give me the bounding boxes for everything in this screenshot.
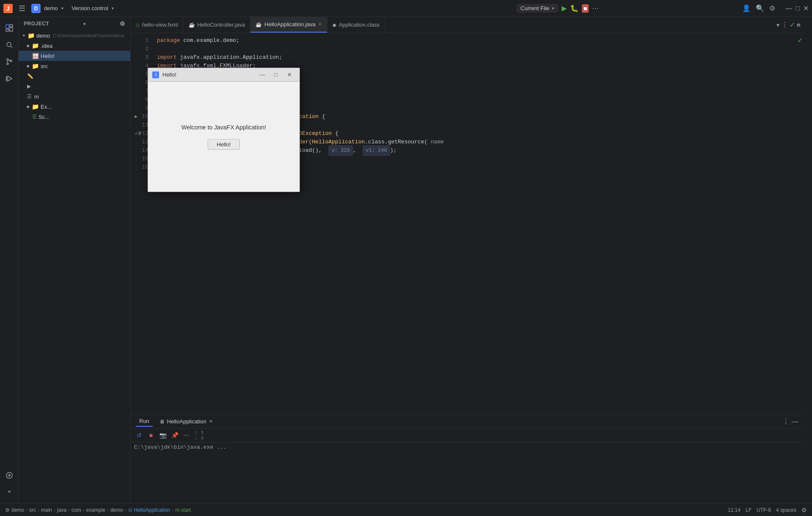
- activity-run-icon[interactable]: [2, 71, 17, 86]
- stop-button[interactable]: ■: [582, 4, 589, 13]
- svg-point-9: [7, 63, 8, 65]
- maximize-button[interactable]: □: [796, 5, 800, 12]
- tree-item-hello[interactable]: 🪟 Hello!: [19, 51, 130, 61]
- screenshot-button[interactable]: 📷: [158, 430, 168, 440]
- tree-label-m: m: [34, 93, 39, 100]
- sep-5: ›: [83, 507, 85, 513]
- pin-button[interactable]: 📌: [170, 430, 180, 440]
- breadcrumb-main[interactable]: main: [41, 507, 52, 513]
- version-control-label[interactable]: Version control: [72, 5, 108, 11]
- tab-hello-fxml[interactable]: ◇ hello-view.fxml: [131, 17, 184, 33]
- tab-dropdown-icon[interactable]: ▾: [776, 22, 779, 28]
- scroll-up-icon[interactable]: ↑: [195, 430, 197, 435]
- sep-4: ›: [68, 507, 70, 513]
- more-options-button[interactable]: ⋯: [592, 4, 599, 12]
- stop-run-button[interactable]: ■: [146, 430, 156, 440]
- status-bar: ⚙ demo › src › main › java › com › examp…: [0, 503, 812, 516]
- hello-app-window[interactable]: J Hello! — □ ✕ Welcome to JavaFX Applica…: [148, 68, 300, 192]
- extra-down-icon[interactable]: ⇩: [200, 436, 204, 440]
- activity-git2-icon[interactable]: [2, 468, 17, 483]
- tree-item-demo[interactable]: ▼ 📁 demo C:\Users\azava\IdeaProjects\dem…: [19, 30, 130, 41]
- tree-item-sc[interactable]: ☰ Sc...: [19, 112, 130, 122]
- breadcrumb-example[interactable]: example: [86, 507, 105, 513]
- svg-rect-13: [6, 76, 7, 81]
- status-git-branch[interactable]: ⚙: [801, 507, 807, 513]
- close-button[interactable]: ✕: [803, 4, 809, 12]
- code-line-3: import javafx.application.Application;: [157, 53, 798, 62]
- tree-item-edit[interactable]: ✏️: [19, 71, 130, 81]
- breadcrumb-demo2[interactable]: demo: [110, 507, 123, 513]
- extra-up-icon[interactable]: ⇧: [200, 430, 204, 435]
- tree-item-src[interactable]: ▶ 📁 src: [19, 61, 130, 71]
- ln-16: 16: [131, 163, 148, 172]
- run-app-tab[interactable]: 🖥 HelloApplication ✕: [156, 417, 216, 426]
- hello-close-button[interactable]: ✕: [283, 70, 295, 80]
- tab-application-class[interactable]: ◆ Application.class: [327, 17, 385, 33]
- ln-1: 1: [131, 36, 148, 45]
- tab-icon-app: ☕: [255, 22, 262, 27]
- tab-more-icon[interactable]: ⋮: [781, 21, 788, 29]
- activity-git-icon[interactable]: [2, 54, 17, 69]
- annotation-icon-12: @: [138, 129, 141, 138]
- hello-minimize-button[interactable]: —: [256, 70, 268, 80]
- sc-icon: ☰: [32, 114, 37, 120]
- tree-item-list[interactable]: ☰ m: [19, 91, 130, 102]
- run-app-icon: 🖥: [159, 419, 165, 425]
- tab-icon-class: ◆: [332, 22, 336, 28]
- svg-text:J: J: [6, 5, 10, 12]
- hello-app-button[interactable]: Hello!: [208, 139, 239, 150]
- activity-expand-icon[interactable]: [2, 485, 17, 500]
- ln-10: ▶ 10: [131, 113, 148, 121]
- breadcrumb-src[interactable]: src: [29, 507, 36, 513]
- minimize-button[interactable]: —: [785, 5, 792, 12]
- settings-icon[interactable]: ⚙: [769, 4, 775, 12]
- tab-close-app[interactable]: ✕: [318, 22, 322, 27]
- project-dropdown-arrow[interactable]: ▾: [61, 6, 63, 11]
- run-configuration[interactable]: Current File ▾: [516, 4, 558, 13]
- breadcrumb-demo[interactable]: demo: [11, 507, 24, 513]
- tree-item-ex[interactable]: ▶ 📁 Ex...: [19, 102, 130, 112]
- tab-hello-controller[interactable]: ☕ HelloController.java: [184, 17, 251, 33]
- status-indent[interactable]: 4 spaces: [776, 507, 796, 513]
- activity-project-icon[interactable]: [2, 20, 17, 36]
- restart-button[interactable]: ↺: [134, 430, 144, 440]
- run-more-button[interactable]: ⋯: [181, 430, 192, 440]
- status-encoding[interactable]: UTF-8: [757, 507, 771, 513]
- tree-item-idea[interactable]: ▶ 📁 .idea: [19, 41, 130, 51]
- breadcrumb-helloapplication[interactable]: ⊙ HelloApplication: [128, 507, 170, 513]
- activity-bar-bottom: [2, 468, 17, 500]
- ln-14: 14: [131, 146, 148, 155]
- scroll-down-icon[interactable]: ↓: [195, 436, 197, 440]
- run-tab-run[interactable]: Run: [136, 416, 153, 427]
- status-line-ending[interactable]: LF: [746, 507, 752, 513]
- debug-button[interactable]: 🐛: [570, 4, 579, 12]
- run-button[interactable]: ▶: [562, 4, 567, 12]
- sep-2: ›: [38, 507, 39, 513]
- status-position[interactable]: 11:14: [728, 507, 741, 513]
- breadcrumb-java[interactable]: java: [57, 507, 66, 513]
- tree-label-ex: Ex...: [41, 104, 52, 110]
- svg-marker-12: [8, 76, 12, 81]
- ln-12: ↺ @ 12: [131, 129, 148, 138]
- search-icon[interactable]: 🔍: [756, 4, 764, 12]
- sidebar-title-arrow[interactable]: ▾: [83, 22, 86, 26]
- sep-8: ›: [172, 507, 174, 513]
- hello-maximize-button[interactable]: □: [270, 70, 282, 80]
- breadcrumb-start[interactable]: m start: [176, 507, 191, 513]
- tab-hello-application[interactable]: ☕ HelloApplication.java ✕: [250, 17, 327, 33]
- version-control-arrow[interactable]: ▾: [112, 6, 114, 11]
- account-icon[interactable]: 👤: [742, 4, 751, 12]
- folder-icon-src: 📁: [32, 63, 39, 69]
- hamburger-button[interactable]: ☰: [16, 3, 28, 14]
- run-panel-more-icon[interactable]: ⋮: [782, 417, 789, 425]
- run-output: C:\java\jdk\bin\java.exe ...: [131, 442, 804, 503]
- status-git-icon: ⚙: [5, 507, 10, 513]
- hello-titlebar: J Hello! — □ ✕: [148, 68, 299, 82]
- activity-search-icon[interactable]: [2, 37, 17, 52]
- run-panel-collapse-icon[interactable]: —: [792, 418, 798, 425]
- sidebar-settings-icon[interactable]: ⚙: [120, 20, 126, 27]
- run-app-close[interactable]: ✕: [209, 419, 213, 424]
- breadcrumb-com[interactable]: com: [71, 507, 81, 513]
- hello-content: Welcome to JavaFX Application! Hello!: [148, 82, 299, 192]
- tree-item-terminal[interactable]: ▶: [19, 81, 130, 91]
